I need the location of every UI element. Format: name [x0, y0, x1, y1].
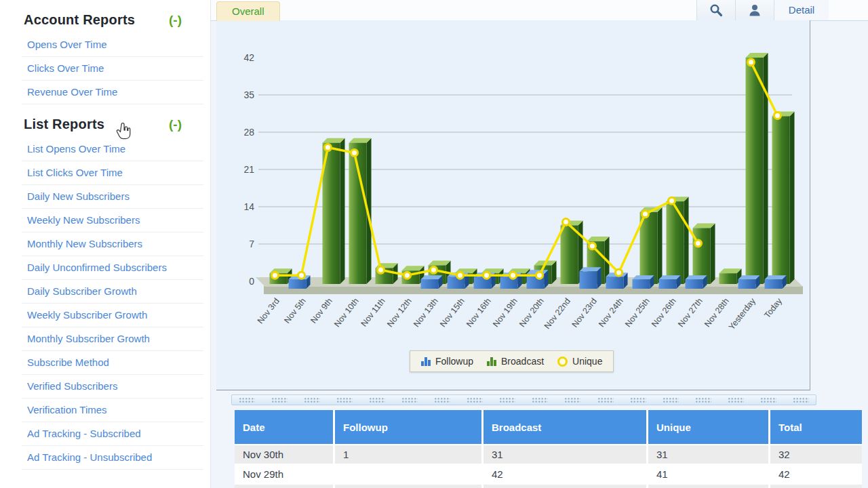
svg-text:Nov 9th: Nov 9th	[309, 296, 334, 325]
sidebar-item-opens-over-time[interactable]: Opens Over Time	[22, 33, 203, 57]
sidebar-item-clicks-over-time[interactable]: Clicks Over Time	[22, 57, 203, 81]
svg-text:Nov 3rd: Nov 3rd	[256, 296, 281, 325]
sidebar-item-daily-subscriber-growth[interactable]: Daily Subscriber Growth	[22, 280, 203, 304]
report-topbar: Overall Detail	[211, 0, 868, 21]
table-header-total: Total	[770, 410, 863, 445]
svg-text:Nov 12th: Nov 12th	[385, 296, 414, 329]
svg-text:35: 35	[243, 89, 254, 100]
table-cell: Nov 28th	[235, 484, 334, 488]
table-header-followup: Followup	[334, 410, 483, 445]
sidebar-item-weekly-subscriber-growth[interactable]: Weekly Subscriber Growth	[22, 304, 203, 327]
table-cell: 1	[770, 484, 863, 488]
svg-text:Nov 19th: Nov 19th	[491, 296, 519, 329]
sidebar-item-monthly-subscriber-growth[interactable]: Monthly Subscriber Growth	[22, 327, 203, 351]
table-cell: 1	[334, 445, 483, 464]
svg-text:Nov 10th: Nov 10th	[332, 296, 361, 329]
sidebar-item-verified-subscribers[interactable]: Verified Subscribers	[22, 375, 203, 399]
svg-text:Nov 28th: Nov 28th	[703, 296, 731, 329]
unique-dot-icon	[557, 357, 568, 367]
tab-detail[interactable]: Detail	[774, 0, 829, 20]
splitter-grip-dots	[467, 397, 483, 403]
legend-label: Followup	[435, 356, 473, 367]
sidebar-item-verification-times[interactable]: Verification Times	[22, 399, 203, 422]
splitter-grip-dots	[304, 397, 320, 403]
svg-text:Nov 11th: Nov 11th	[359, 296, 387, 328]
svg-text:Nov 13th: Nov 13th	[412, 296, 440, 329]
svg-text:28: 28	[243, 127, 254, 138]
search-icon	[709, 3, 723, 17]
report-chart: 071421283542Nov 3rdNov 5thNov 9thNov 10t…	[216, 20, 810, 390]
svg-text:7: 7	[249, 239, 254, 249]
sidebar-section-account-reports: Account Reports(-)Opens Over TimeClicks …	[0, 0, 210, 104]
user-tab[interactable]	[735, 0, 774, 20]
splitter-grip-dots	[499, 397, 515, 403]
sidebar-item-list-clicks-over-time[interactable]: List Clicks Over Time	[22, 161, 203, 185]
sidebar-item-daily-unconfirmed-subscribers[interactable]: Daily Unconfirmed Subscribers	[22, 256, 203, 280]
svg-text:Nov 5th: Nov 5th	[282, 296, 308, 325]
table-cell: 32	[770, 445, 863, 464]
splitter-grip-dots	[336, 397, 353, 403]
splitter-grip-dots	[401, 397, 418, 403]
table-header-date: Date	[235, 410, 334, 445]
section-title: List Reports	[24, 117, 104, 132]
svg-text:Nov 27th: Nov 27th	[676, 296, 705, 329]
sidebar-item-subscribe-method[interactable]: Subscribe Method	[22, 351, 203, 375]
svg-text:Nov 25th: Nov 25th	[623, 296, 652, 329]
sidebar-item-weekly-new-subscribers[interactable]: Weekly New Subscribers	[22, 209, 203, 232]
search-tab[interactable]	[696, 0, 735, 20]
svg-text:14: 14	[243, 201, 254, 212]
table-cell	[648, 484, 770, 488]
table-row: Nov 29th424142	[235, 464, 862, 484]
table-cell	[334, 484, 483, 488]
splitter-grip-dots	[728, 397, 744, 403]
followup-bar-icon	[421, 357, 431, 366]
reports-sidebar: Account Reports(-)Opens Over TimeClicks …	[0, 0, 211, 488]
splitter-grip-dots	[630, 397, 646, 403]
bars-layer	[270, 53, 795, 289]
splitter-grip-dots	[239, 397, 255, 403]
svg-text:Nov 20th: Nov 20th	[517, 296, 546, 329]
legend-item-followup: Followup	[421, 356, 473, 367]
table-cell: 41	[648, 464, 770, 484]
table-cell: 1	[483, 484, 648, 488]
sidebar-item-monthly-new-subscribers[interactable]: Monthly New Subscribers	[22, 232, 203, 256]
sidebar-section-list-reports: List Reports(-)List Opens Over TimeList …	[0, 104, 210, 470]
splitter-grip-dots	[760, 397, 776, 403]
overall-chart-panel: 071421283542Nov 3rdNov 5thNov 9thNov 10t…	[216, 20, 810, 390]
tab-overall[interactable]: Overall	[216, 1, 280, 21]
user-icon	[748, 3, 762, 17]
table-cell: 31	[648, 445, 770, 464]
splitter-grip-dots	[564, 397, 580, 403]
legend-item-broadcast: Broadcast	[487, 356, 544, 367]
svg-text:42: 42	[243, 52, 254, 63]
svg-text:Nov 23rd: Nov 23rd	[570, 296, 599, 329]
legend-item-unique: Unique	[557, 356, 602, 367]
splitter-grip-dots	[793, 397, 809, 403]
broadcast-bar-icon	[487, 357, 496, 366]
table-cell	[334, 464, 483, 484]
table-header-broadcast: Broadcast	[483, 410, 648, 445]
report-main-area: Overall Detail 071421283542Nov 3rdNov 5t…	[211, 0, 868, 488]
table-row: Nov 30th1313132	[235, 445, 862, 464]
table-cell: Nov 29th	[235, 464, 334, 484]
svg-text:0: 0	[249, 276, 254, 287]
svg-text:21: 21	[243, 164, 254, 175]
section-collapse-toggle[interactable]: (-)	[169, 13, 182, 28]
report-data-table: DateFollowupBroadcastUniqueTotal Nov 30t…	[235, 410, 862, 488]
svg-text:Nov 24th: Nov 24th	[597, 296, 625, 329]
splitter-grip-dots	[434, 397, 450, 403]
panel-splitter-handle[interactable]	[231, 394, 816, 405]
sidebar-item-ad-tracking-unsubscribed[interactable]: Ad Tracking - Unsubscribed	[22, 446, 203, 470]
sidebar-item-list-opens-over-time[interactable]: List Opens Over Time	[22, 138, 203, 161]
table-cell: 42	[483, 464, 648, 484]
section-collapse-toggle[interactable]: (-)	[169, 117, 182, 132]
svg-text:Nov 22nd: Nov 22nd	[542, 296, 572, 331]
sidebar-item-daily-new-subscribers[interactable]: Daily New Subscribers	[22, 185, 203, 209]
sidebar-item-ad-tracking-subscribed[interactable]: Ad Tracking - Subscribed	[22, 422, 203, 446]
splitter-grip-dots	[532, 397, 548, 403]
x-axis: Nov 3rdNov 5thNov 9thNov 10thNov 11thNov…	[256, 296, 784, 332]
sidebar-item-revenue-over-time[interactable]: Revenue Over Time	[22, 81, 203, 104]
svg-text:Yesterday: Yesterday	[727, 296, 757, 332]
svg-text:Nov 15th: Nov 15th	[438, 296, 467, 329]
chart-legend: FollowupBroadcastUnique	[410, 350, 614, 372]
